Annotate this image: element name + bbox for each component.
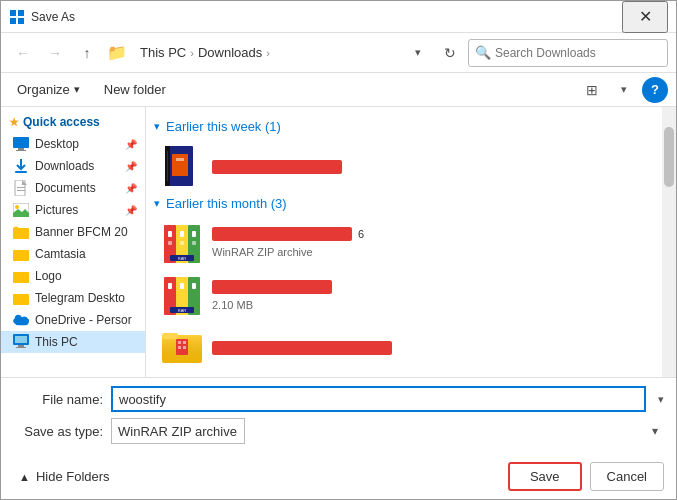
sidebar-banner-label: Banner BFCM 20 — [35, 225, 128, 239]
sidebar-item-onedrive[interactable]: OneDrive - Persor — [1, 309, 145, 331]
folder-nav-icon: 📁 — [107, 43, 127, 62]
search-input[interactable] — [495, 46, 661, 60]
svg-rect-17 — [13, 294, 29, 305]
sidebar-item-downloads[interactable]: Downloads 📌 — [1, 155, 145, 177]
onedrive-icon — [13, 312, 29, 328]
organize-button[interactable]: Organize ▾ — [9, 78, 88, 101]
sidebar-item-documents[interactable]: Documents 📌 — [1, 177, 145, 199]
file-name-redacted-4 — [212, 341, 392, 355]
up-button[interactable]: ↑ — [73, 39, 101, 67]
file-meta-winrar-2: 2.10 MB — [212, 299, 253, 311]
file-info-winrar-2: 2.10 MB — [212, 278, 646, 312]
folder-icon-camtasia — [13, 246, 29, 262]
svg-text:RAR: RAR — [178, 308, 187, 313]
file-item-winrar-1[interactable]: RAR 6 WinRAR ZIP archive — [154, 217, 654, 269]
downloads-pin-icon: 📌 — [125, 161, 137, 172]
svg-rect-1 — [18, 10, 24, 16]
filename-dropdown-icon: ▾ — [658, 393, 664, 406]
sidebar-desktop-label: Desktop — [35, 137, 79, 151]
forward-button[interactable]: → — [41, 39, 69, 67]
svg-rect-14 — [13, 228, 19, 231]
svg-rect-48 — [162, 333, 178, 339]
secondary-toolbar: Organize ▾ New folder ⊞ ▾ ? — [1, 73, 676, 107]
svg-rect-32 — [192, 231, 196, 237]
view-button[interactable]: ⊞ — [578, 76, 606, 104]
file-meta-winrar-1: WinRAR ZIP archive — [212, 246, 313, 258]
section-chevron-this-month: ▾ — [154, 197, 160, 210]
svg-rect-21 — [16, 347, 26, 348]
filetype-select[interactable]: WinRAR ZIP archive — [111, 418, 245, 444]
sidebar-item-desktop[interactable]: Desktop 📌 — [1, 133, 145, 155]
sidebar-this-pc-label: This PC — [35, 335, 78, 349]
organize-chevron-icon: ▾ — [74, 83, 80, 96]
filename-input[interactable] — [111, 386, 646, 412]
breadcrumb-dropdown-button[interactable]: ▾ — [404, 39, 432, 67]
sidebar-camtasia-label: Camtasia — [35, 247, 86, 261]
hide-folders-icon: ▲ — [19, 471, 30, 483]
winrar-file-icon-2: RAR — [162, 275, 202, 315]
cancel-button[interactable]: Cancel — [590, 462, 664, 491]
svg-rect-20 — [18, 345, 24, 347]
svg-rect-2 — [10, 18, 16, 24]
svg-point-12 — [15, 205, 19, 209]
organize-label: Organize — [17, 82, 70, 97]
svg-rect-49 — [176, 339, 188, 355]
footer-actions: Save Cancel — [508, 462, 664, 491]
svg-rect-9 — [17, 187, 25, 188]
refresh-button[interactable]: ↻ — [436, 39, 464, 67]
svg-rect-5 — [18, 148, 24, 150]
section-header-this-month[interactable]: ▾ Earlier this month (3) — [154, 192, 654, 217]
sidebar-downloads-label: Downloads — [35, 159, 94, 173]
back-button[interactable]: ← — [9, 39, 37, 67]
file-item-book[interactable] — [154, 140, 654, 192]
sidebar-item-banner[interactable]: Banner BFCM 20 — [1, 221, 145, 243]
section-chevron-this-week: ▾ — [154, 120, 160, 133]
breadcrumb-this-pc: This PC — [140, 45, 186, 60]
help-button[interactable]: ? — [642, 77, 668, 103]
sidebar-item-camtasia[interactable]: Camtasia — [1, 243, 145, 265]
content-area: ▾ Earlier this week (1) — [146, 107, 662, 377]
svg-rect-52 — [178, 346, 181, 349]
sidebar-item-this-pc[interactable]: This PC — [1, 331, 145, 353]
sidebar-quick-access-icon: ★ — [9, 116, 19, 129]
svg-rect-4 — [13, 137, 29, 148]
file-item-winrar-2[interactable]: RAR 2.10 MB — [154, 269, 654, 321]
svg-rect-31 — [180, 231, 184, 237]
view-dropdown-button[interactable]: ▾ — [610, 76, 638, 104]
sidebar-item-telegram[interactable]: Telegram Deskto — [1, 287, 145, 309]
sidebar-documents-label: Documents — [35, 181, 96, 195]
folder-file-icon — [162, 327, 202, 367]
sidebar: ★ Quick access Desktop 📌 — [1, 107, 146, 377]
hide-folders-button[interactable]: ▲ Hide Folders — [13, 465, 116, 488]
breadcrumb-sep-2: › — [266, 47, 270, 59]
scrollbar-thumb[interactable] — [664, 127, 674, 187]
filetype-select-wrapper: WinRAR ZIP archive — [111, 418, 664, 444]
sidebar-pictures-label: Pictures — [35, 203, 78, 217]
bottom-section: File name: ▾ Save as type: WinRAR ZIP ar… — [1, 377, 676, 458]
section-label-this-week: Earlier this week (1) — [166, 119, 281, 134]
svg-rect-50 — [178, 341, 181, 344]
scrollbar[interactable] — [662, 107, 676, 377]
breadcrumb[interactable]: This PC › Downloads › — [133, 39, 400, 67]
documents-pin-icon: 📌 — [125, 183, 137, 194]
filetype-label: Save as type: — [13, 424, 103, 439]
svg-rect-25 — [172, 154, 188, 176]
new-folder-button[interactable]: New folder — [96, 78, 174, 101]
sidebar-item-logo[interactable]: Logo — [1, 265, 145, 287]
close-button[interactable]: ✕ — [622, 1, 668, 33]
svg-rect-24 — [167, 151, 168, 181]
save-button[interactable]: Save — [508, 462, 582, 491]
sidebar-item-pictures[interactable]: Pictures 📌 — [1, 199, 145, 221]
file-item-folder[interactable] — [154, 321, 654, 373]
svg-rect-10 — [17, 190, 25, 191]
svg-rect-42 — [180, 283, 184, 289]
file-info-folder — [212, 339, 646, 355]
search-box: 🔍 — [468, 39, 668, 67]
section-header-this-week[interactable]: ▾ Earlier this week (1) — [154, 115, 654, 140]
file-info-winrar-1: 6 WinRAR ZIP archive — [212, 227, 646, 259]
window-icon — [9, 9, 25, 25]
sidebar-quick-access[interactable]: ★ Quick access — [1, 111, 145, 133]
svg-rect-6 — [16, 150, 26, 151]
svg-rect-34 — [180, 241, 184, 245]
breadcrumb-downloads: Downloads — [198, 45, 262, 60]
